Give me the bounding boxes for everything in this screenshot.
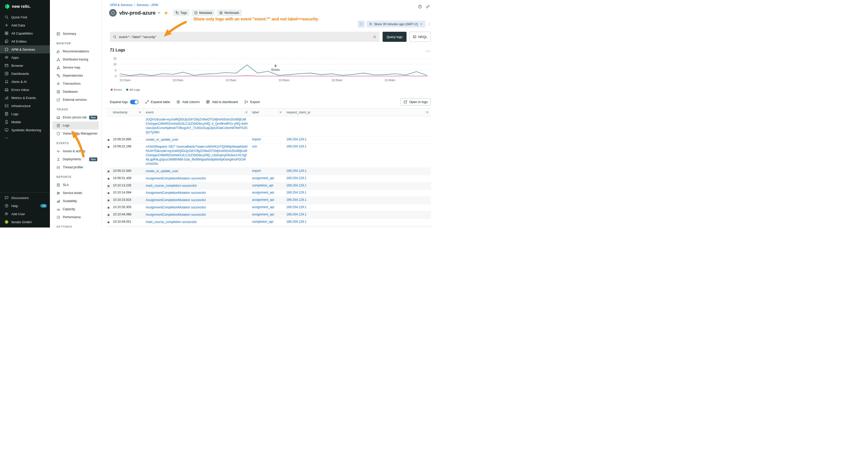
table-row[interactable]: 10:09:22.540 create_or_update_user impor…: [106, 167, 431, 175]
table-row[interactable]: 10:09:20.895 create_or_update_user impor…: [106, 136, 431, 143]
export-button[interactable]: Export: [245, 100, 260, 104]
open-in-logs-button[interactable]: Open in logs: [401, 98, 431, 105]
sidebar-item[interactable]: Synthetic Monitoring: [0, 126, 50, 134]
entity-nav-item[interactable]: Summary: [53, 30, 99, 38]
time-picker[interactable]: Since 30 minutes ago (GMT+2): [367, 21, 426, 28]
log-label-link[interactable]: assignment_api: [252, 176, 274, 180]
table-row[interactable]: 10:10:14.094 AssignmentCompletionMutatio…: [106, 190, 431, 197]
entity-nav-item[interactable]: Thread profiler: [53, 163, 99, 171]
breadcrumb-link-services[interactable]: Services - APM: [136, 3, 158, 7]
expand-logs-toggle[interactable]: [130, 100, 138, 104]
table-row[interactable]: 10:09:22.196 <ASGIRequest: GET '/sso/cal…: [106, 143, 431, 167]
entity-nav-item[interactable]: SETTINGS: [53, 223, 99, 228]
log-event-link[interactable]: create_or_update_user: [146, 137, 248, 142]
entity-action-button[interactable]: Metadata: [191, 9, 215, 16]
log-ip-link[interactable]: 169.254.129.1: [286, 144, 307, 148]
entity-nav-item[interactable]: EVENTS: [53, 139, 99, 147]
log-label-link[interactable]: import: [252, 137, 261, 141]
log-label-link[interactable]: import: [252, 169, 261, 172]
time-forward-button[interactable]: [427, 23, 431, 26]
sidebar-item[interactable]: All Capabilities: [0, 29, 50, 37]
log-label-link[interactable]: assignment_api: [252, 191, 274, 194]
sidebar-footer-item[interactable]: Add User: [0, 210, 50, 218]
log-label-link[interactable]: assignment_api: [252, 198, 274, 201]
log-event-link[interactable]: AssignmentCompletionMutation successful: [146, 205, 248, 209]
sidebar-item[interactable]: Errors Inbox: [0, 86, 50, 94]
log-event-link[interactable]: JUQVU&code=eyJraWQiOiJjcGltY29yZV8wOTl1M…: [146, 118, 248, 134]
entity-switcher-chevron-icon[interactable]: [157, 11, 161, 14]
entity-nav-item[interactable]: Vulnerability Management: [53, 130, 99, 137]
log-label-link[interactable]: sso: [252, 144, 257, 148]
sidebar-item[interactable]: Quick Find: [0, 13, 50, 21]
entity-nav-item[interactable]: Logs: [53, 122, 99, 130]
table-row[interactable]: 10:10:35.305 AssignmentCompletionMutatio…: [106, 204, 431, 212]
entity-action-button[interactable]: Tags: [173, 9, 189, 16]
clear-query-icon[interactable]: [373, 35, 376, 39]
table-row[interactable]: 10:10:44.066 AssignmentCompletionMutatio…: [106, 212, 431, 219]
new-relic-logo[interactable]: new relic.: [0, 0, 50, 9]
entity-nav-item[interactable]: Errors (errors inb... New: [53, 113, 99, 122]
entity-nav-item[interactable]: REPORTS: [53, 173, 99, 181]
row-select-checkbox[interactable]: [107, 214, 110, 216]
log-ip-link[interactable]: 169.254.129.1: [286, 137, 307, 141]
sidebar-item[interactable]: Add Data: [0, 21, 50, 29]
sidebar-item[interactable]: Browser: [0, 62, 50, 69]
table-row[interactable]: 10:11:00.311 AssignmentCompletionMutatio…: [106, 226, 431, 228]
sidebar-footer-item[interactable]: Discussions: [0, 194, 50, 202]
breadcrumb-link-apm[interactable]: APM & Services: [110, 3, 132, 7]
log-label-link[interactable]: assignment_api: [252, 227, 274, 228]
entity-nav-item[interactable]: Scalability: [53, 197, 99, 205]
sidebar-item[interactable]: Mobile: [0, 118, 50, 126]
entity-nav-item[interactable]: Issues & activity: [53, 147, 99, 155]
favorite-star-icon[interactable]: ★: [164, 10, 168, 16]
sidebar-item[interactable]: Logs: [0, 110, 50, 118]
table-row[interactable]: 10:10:49.051 mark_course_completion succ…: [106, 219, 431, 226]
help-icon[interactable]: [418, 4, 422, 9]
entity-nav-item[interactable]: Capacity: [53, 205, 99, 213]
row-select-checkbox[interactable]: [107, 185, 110, 187]
query-logs-button[interactable]: Query logs: [382, 32, 406, 42]
remove-label-column-icon[interactable]: [279, 110, 282, 114]
log-ip-link[interactable]: 169.254.129.1: [286, 176, 307, 180]
log-event-link[interactable]: AssignmentCompletionMutation successful: [146, 191, 248, 195]
time-back-button[interactable]: [358, 21, 365, 28]
log-ip-link[interactable]: 169.254.129.1: [286, 198, 307, 201]
legend-item[interactable]: Errors: [111, 88, 122, 91]
sidebar-item[interactable]: [0, 134, 50, 142]
entity-nav-item[interactable]: Recommendations: [53, 47, 99, 56]
sidebar-item[interactable]: All Entities: [0, 37, 50, 45]
chart-more-menu[interactable]: ...: [426, 48, 431, 52]
logs-timeseries-chart[interactable]: 05101510:15am10:20am10:25am10:30am10:35a…: [110, 57, 431, 84]
log-event-link[interactable]: AssignmentCompletionMutation successful: [146, 198, 248, 202]
entity-nav-item[interactable]: Performance: [53, 213, 99, 221]
remove-timestamp-column-icon[interactable]: [138, 110, 142, 114]
sidebar-item[interactable]: Apps: [0, 54, 50, 62]
entity-nav-item[interactable]: External services: [53, 96, 99, 104]
sidebar-item[interactable]: Infrastructure: [0, 102, 50, 110]
row-select-checkbox[interactable]: [107, 192, 110, 194]
sidebar-item[interactable]: Metrics & Events: [0, 94, 50, 102]
sidebar-item[interactable]: Alerts & AI: [0, 77, 50, 86]
entity-nav-item[interactable]: SLA: [53, 181, 99, 189]
log-ip-link[interactable]: 169.254.129.1: [286, 191, 307, 194]
expand-table-button[interactable]: Expand table: [145, 100, 170, 104]
table-row[interactable]: 10:10:23.815 AssignmentCompletionMutatio…: [106, 197, 431, 204]
table-row[interactable]: 10:09:31.439 AssignmentCompletionMutatio…: [106, 175, 431, 182]
entity-nav-item[interactable]: TRIAGE: [53, 105, 99, 113]
entity-nav-item[interactable]: Service levels: [53, 189, 99, 197]
sidebar-footer-item[interactable]: Help 70: [0, 202, 50, 210]
sidebar-item[interactable]: APM & Services: [0, 45, 50, 54]
log-label-link[interactable]: assignment_api: [252, 205, 274, 209]
row-select-checkbox[interactable]: [107, 146, 110, 148]
log-label-link[interactable]: completion_api: [252, 220, 273, 224]
sidebar-item[interactable]: Dashboards: [0, 69, 50, 77]
log-ip-link[interactable]: 169.254.129.1: [286, 227, 307, 228]
table-row[interactable]: JUQVU&code=eyJraWQiOiJjcGltY29yZV8wOTl1M…: [106, 116, 431, 136]
log-ip-link[interactable]: 169.254.129.1: [286, 184, 307, 187]
permalink-icon[interactable]: [426, 4, 430, 9]
remove-ip-column-icon[interactable]: [426, 110, 429, 114]
row-select-checkbox[interactable]: [107, 199, 110, 201]
log-ip-link[interactable]: 169.254.129.1: [286, 220, 307, 224]
nrql-button[interactable]: NRQL: [409, 32, 431, 42]
log-event-link[interactable]: <ASGIRequest: GET '/sso/callback/?state=…: [146, 144, 248, 166]
